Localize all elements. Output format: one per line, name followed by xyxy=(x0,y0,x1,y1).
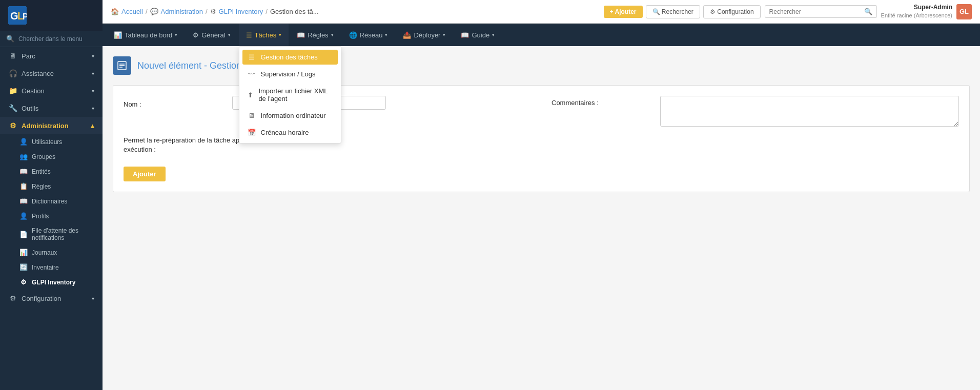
sidebar-sub-inventaire[interactable]: 🔄 Inventaire xyxy=(0,260,103,275)
sub-label: Utilisateurs xyxy=(32,138,62,146)
taches-dropdown: ☰ Gestion des tâches 〰 Supervision / Log… xyxy=(239,46,341,143)
nav-label: Tableau de bord xyxy=(125,31,172,39)
administration-icon: ⚙ xyxy=(8,121,17,130)
chevron-down-icon: ▾ xyxy=(92,71,94,76)
sub-label: Entités xyxy=(32,168,51,175)
sidebar: G L PI 🔍 Chercher dans le menu 🖥 Parc ▾ … xyxy=(0,0,103,390)
nav-label: Guide xyxy=(472,31,489,39)
sidebar-sub-utilisateurs[interactable]: 👤 Utilisateurs xyxy=(0,134,103,149)
assistance-icon: 🎧 xyxy=(8,69,17,77)
breadcrumb-administration[interactable]: Administration xyxy=(161,8,203,15)
nav-reseau[interactable]: 🌐 Réseau ▾ xyxy=(342,24,395,46)
upload-icon: ⬆ xyxy=(248,91,254,99)
svg-text:PI: PI xyxy=(23,12,27,21)
sidebar-sub-dictionnaires[interactable]: 📖 Dictionnaires xyxy=(0,194,103,209)
breadcrumb-current: Gestion des tâ... xyxy=(270,8,319,15)
sidebar-item-administration[interactable]: ⚙ Administration ▴ xyxy=(0,117,103,134)
nav-label: Général xyxy=(201,31,225,39)
groups-icon: 👥 xyxy=(19,153,28,160)
search-input[interactable] xyxy=(769,8,862,15)
topbar-actions: + Ajouter 🔍 Rechercher ⚙ Configuration xyxy=(604,5,761,18)
supervision-icon: 〰 xyxy=(248,70,256,78)
sub-label: GLPI Inventory xyxy=(32,279,75,286)
computer-icon: 🖥 xyxy=(248,112,256,119)
topbar-search: 🔍 xyxy=(765,5,877,18)
dropdown-label: Supervision / Logs xyxy=(261,70,316,78)
search-button[interactable]: 🔍 Rechercher xyxy=(646,5,700,18)
dict-icon: 📖 xyxy=(19,197,28,205)
admin-icon: 💬 xyxy=(150,8,158,15)
calendar-icon: 📅 xyxy=(248,129,256,136)
breadcrumb-sep: / xyxy=(266,8,268,15)
add-button[interactable]: + Ajouter xyxy=(604,6,643,18)
dropdown-gestion-taches[interactable]: ☰ Gestion des tâches xyxy=(242,50,338,65)
tableau-bord-icon: 📊 xyxy=(114,31,122,39)
page-content: Nouvel élément - Gestion des tâches Nom … xyxy=(103,46,980,390)
breadcrumb-sep: / xyxy=(146,8,148,15)
search-icon: 🔍 xyxy=(6,35,14,43)
glpi-inventory-icon: ⚙ xyxy=(19,278,28,286)
navbar: 📊 Tableau de bord ▾ ⚙ Général ▾ ☰ Tâches… xyxy=(103,24,980,46)
nav-label: Règles xyxy=(308,31,328,39)
deployer-icon: 📤 xyxy=(403,31,411,39)
nav-deployer[interactable]: 📤 Déployer ▾ xyxy=(396,24,453,46)
chevron-down-icon: ▾ xyxy=(385,32,387,37)
breadcrumb: 🏠 Accueil / 💬 Administration / ⚙ GLPI In… xyxy=(111,8,600,15)
logo-icon: G L PI xyxy=(8,6,27,25)
sidebar-item-gestion[interactable]: 📁 Gestion ▾ xyxy=(0,82,103,99)
dropdown-importer-fichier[interactable]: ⬆ Importer un fichier XML de l'agent xyxy=(239,83,341,107)
sidebar-search-label: Chercher dans le menu xyxy=(18,35,83,43)
topbar-user: Super-Admin Entité racine (Arborescence)… xyxy=(881,3,972,19)
list-icon: ☰ xyxy=(248,53,256,61)
sub-label: File d'attente des notifications xyxy=(32,227,94,241)
sidebar-item-assistance[interactable]: 🎧 Assistance ▾ xyxy=(0,65,103,82)
guide-icon: 📖 xyxy=(461,31,469,39)
user-name: Super-Admin xyxy=(881,3,952,12)
entities-icon: 📖 xyxy=(19,168,28,175)
nav-general[interactable]: ⚙ Général ▾ xyxy=(186,24,237,46)
sidebar-search-item[interactable]: 🔍 Chercher dans le menu xyxy=(0,31,103,47)
avatar[interactable]: GL xyxy=(956,4,972,19)
breadcrumb-glpi-inventory[interactable]: GLPI Inventory xyxy=(219,8,263,15)
chevron-down-icon: ▾ xyxy=(92,106,94,111)
sidebar-sub-journaux[interactable]: 📊 Journaux xyxy=(0,245,103,260)
dropdown-creneau-horaire[interactable]: 📅 Créneau horaire xyxy=(239,124,341,141)
sidebar-item-parc[interactable]: 🖥 Parc ▾ xyxy=(0,47,103,65)
sidebar-sub-regles[interactable]: 📋 Règles xyxy=(0,179,103,194)
sidebar-item-outils[interactable]: 🔧 Outils ▾ xyxy=(0,99,103,117)
nav-label: Tâches xyxy=(255,31,277,39)
config-button[interactable]: ⚙ Configuration xyxy=(703,5,761,18)
chevron-down-icon: ▾ xyxy=(92,296,94,301)
logs-icon: 📊 xyxy=(19,249,28,256)
chevron-down-icon: ▾ xyxy=(492,32,495,37)
sidebar-sub-groupes[interactable]: 👥 Groupes xyxy=(0,149,103,164)
nav-regles[interactable]: 📖 Règles ▾ xyxy=(290,24,340,46)
sidebar-sub-glpi-inventory[interactable]: ⚙ GLPI Inventory xyxy=(0,275,103,290)
sidebar-item-configuration[interactable]: ⚙ Configuration ▾ xyxy=(0,290,103,307)
sidebar-sub-profils[interactable]: 👤 Profils xyxy=(0,209,103,223)
nom-label: Nom : xyxy=(124,97,226,108)
chevron-down-icon: ▾ xyxy=(175,32,177,37)
chevron-down-icon: ▾ xyxy=(228,32,231,37)
nav-guide[interactable]: 📖 Guide ▾ xyxy=(454,24,502,46)
sidebar-item-label: Parc xyxy=(22,52,35,60)
ajouter-button[interactable]: Ajouter xyxy=(124,167,166,181)
dropdown-label: Créneau horaire xyxy=(261,129,309,136)
dropdown-supervision[interactable]: 〰 Supervision / Logs xyxy=(239,66,341,83)
commentaires-textarea[interactable] xyxy=(660,96,959,127)
sub-label: Profils xyxy=(32,213,49,220)
sidebar-sub-entites[interactable]: 📖 Entités xyxy=(0,164,103,179)
sidebar-sub-file-attente[interactable]: 📄 File d'attente des notifications xyxy=(0,223,103,245)
dropdown-label: Information ordinateur xyxy=(261,112,326,119)
chevron-down-icon: ▾ xyxy=(92,88,94,94)
sidebar-item-label: Configuration xyxy=(22,295,61,302)
nav-taches[interactable]: ☰ Tâches ▾ ☰ Gestion des tâches 〰 Superv… xyxy=(239,24,289,46)
sidebar-item-label: Gestion xyxy=(22,87,45,95)
dropdown-info-ordinateur[interactable]: 🖥 Information ordinateur xyxy=(239,107,341,124)
sub-label: Dictionnaires xyxy=(32,198,67,205)
commentaires-label: Commentaires : xyxy=(552,96,654,107)
breadcrumb-accueil[interactable]: Accueil xyxy=(121,8,143,15)
nav-tableau-bord[interactable]: 📊 Tableau de bord ▾ xyxy=(107,24,185,46)
sidebar-logo[interactable]: G L PI xyxy=(0,0,103,31)
breadcrumb-sep: / xyxy=(206,8,208,15)
